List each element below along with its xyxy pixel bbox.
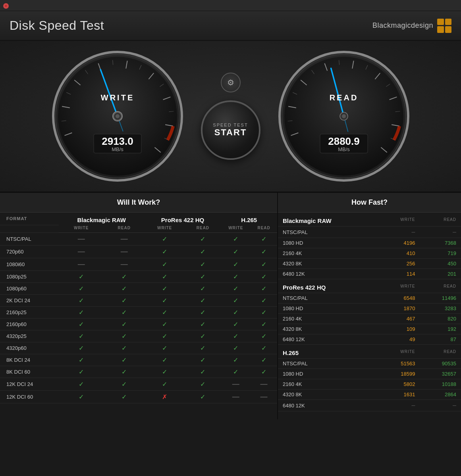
how-fast-table: Blackmagic RAW WRITE READ NTSC/PAL – – 1… (278, 213, 461, 411)
how-fast-label: 4320 8K (278, 324, 378, 334)
start-button-line1: SPEED TEST (213, 123, 248, 127)
how-fast-data-row: 2160 4K 5802 10188 (278, 379, 461, 390)
bmraw-write-cell: ✓ (59, 271, 104, 283)
bmraw-write-cell: — (59, 258, 104, 271)
write-col-header: WRITE (378, 345, 420, 359)
format-label: 8K DCI 24 (0, 354, 59, 366)
h265-write-cell: ✓ (221, 233, 251, 246)
format-label: 1080p25 (0, 271, 59, 283)
bmraw-write-cell: ✓ (59, 295, 104, 307)
how-fast-read-val: 192 (420, 324, 461, 334)
prores-write-cell: ✓ (145, 366, 185, 378)
how-fast-label: 6480 12K (278, 269, 378, 279)
bmraw-read-cell: ✓ (104, 283, 145, 295)
h265-read-cell: ✓ (251, 283, 277, 295)
app-title: Disk Speed Test (10, 18, 104, 33)
how-fast-write-val: 51563 (378, 359, 420, 369)
will-table-row: 4320p60 ✓ ✓ ✓ ✓ ✓ ✓ (0, 342, 277, 354)
format-label: NTSC/PAL (0, 233, 59, 246)
h265-read-cell: ✓ (251, 271, 277, 283)
prores-write-cell: ✓ (145, 295, 185, 307)
svg-text:2913.0: 2913.0 (102, 135, 133, 147)
prores-read-cell: ✓ (185, 354, 221, 366)
how-fast-write-val: 467 (378, 314, 420, 324)
svg-text:MB/s: MB/s (338, 146, 350, 152)
start-button[interactable]: SPEED TEST START (201, 100, 260, 160)
prores-read-cell: ✓ (185, 366, 221, 378)
h265-read-cell: ✓ (251, 330, 277, 342)
format-label: 12K DCI 24 (0, 378, 59, 391)
how-fast-write-val: 1631 (378, 390, 420, 400)
h265-read-cell: ✓ (251, 258, 277, 271)
how-fast-data-row: NTSC/PAL 51563 90535 (278, 359, 461, 369)
will-it-work-header: Will It Work? (0, 193, 277, 213)
h265-write-cell: ✓ (221, 271, 251, 283)
how-fast-read-val: 87 (420, 334, 461, 345)
will-table-row: 2160p25 ✓ ✓ ✓ ✓ ✓ ✓ (0, 307, 277, 319)
h265-read-cell: ✓ (251, 366, 277, 378)
h265-write-cell: — (221, 378, 251, 391)
h265-write-cell: ✓ (221, 258, 251, 271)
settings-button[interactable]: ⚙ (221, 73, 241, 92)
how-fast-data-row: 4320 8K 109 192 (278, 324, 461, 334)
format-label: 2160p25 (0, 307, 59, 319)
h265-read-cell: — (251, 391, 277, 403)
bmraw-write-header: WRITE (59, 225, 104, 233)
how-fast-write-val: 1870 (378, 303, 420, 314)
write-gauge-svg: 2913.0 MB/s WRITE (50, 49, 185, 184)
how-fast-header: How Fast? (278, 193, 461, 213)
how-fast-read-val: 32657 (420, 369, 461, 379)
will-table-row: 12K DCI 60 ✓ ✓ ✗ ✓ — — (0, 391, 277, 403)
h265-write-cell: ✓ (221, 307, 251, 319)
prores-group-header: ProRes 422 HQ (145, 213, 221, 225)
how-fast-data-row: 6480 12K – – (278, 400, 461, 411)
will-table-row: 1080p25 ✓ ✓ ✓ ✓ ✓ ✓ (0, 271, 277, 283)
prores-write-cell: ✓ (145, 307, 185, 319)
how-fast-label: 2160 4K (278, 248, 378, 259)
how-fast-read-val: 10188 (420, 379, 461, 390)
prores-read-cell: ✓ (185, 319, 221, 330)
bmraw-write-cell: ✓ (59, 366, 104, 378)
how-fast-write-val: 4196 (378, 238, 420, 248)
gear-icon: ⚙ (227, 78, 234, 87)
prores-write-cell: ✓ (145, 271, 185, 283)
will-table-row: 1080p60 ✓ ✓ ✓ ✓ ✓ ✓ (0, 283, 277, 295)
data-section: Will It Work? FORMAT Blackmagic RAW ProR… (0, 193, 461, 419)
prores-write-cell: ✓ (145, 342, 185, 354)
how-fast-data-row: 2160 4K 467 820 (278, 314, 461, 324)
how-fast-label: 6480 12K (278, 400, 378, 411)
bmraw-read-cell: — (104, 258, 145, 271)
h265-read-cell: ✓ (251, 246, 277, 258)
svg-point-53 (342, 114, 346, 118)
bmraw-write-cell: ✓ (59, 330, 104, 342)
close-button[interactable]: × (3, 3, 9, 9)
h265-read-cell: ✓ (251, 295, 277, 307)
h265-write-cell: ✓ (221, 330, 251, 342)
how-fast-data-row: NTSC/PAL 6548 11496 (278, 293, 461, 303)
prores-write-cell: ✓ (145, 354, 185, 366)
how-fast-panel: How Fast? Blackmagic RAW WRITE READ NTSC… (278, 193, 461, 419)
gauges-section: 2913.0 MB/s WRITE ⚙ SPEED TEST START (0, 41, 461, 193)
format-col-header: FORMAT (0, 213, 59, 225)
how-fast-write-val: 114 (378, 269, 420, 279)
how-fast-label: 4320 8K (278, 259, 378, 269)
brand-logo: Blackmagicdesign (372, 19, 451, 33)
h265-read-cell: ✓ (251, 354, 277, 366)
prores-read-header: READ (185, 225, 221, 233)
bmraw-read-cell: ✓ (104, 271, 145, 283)
prores-read-cell: ✓ (185, 378, 221, 391)
will-table-row: 1080i60 — — ✓ ✓ ✓ ✓ (0, 258, 277, 271)
how-fast-write-val: – (378, 226, 420, 238)
how-fast-write-val: 49 (378, 334, 420, 345)
prores-write-cell: ✓ (145, 378, 185, 391)
h265-read-cell: ✓ (251, 233, 277, 246)
will-table-row: 4320p25 ✓ ✓ ✓ ✓ ✓ ✓ (0, 330, 277, 342)
how-fast-section-label: H.265 (278, 345, 378, 359)
bmraw-read-header: READ (104, 225, 145, 233)
h265-write-cell: ✓ (221, 246, 251, 258)
write-gauge: 2913.0 MB/s WRITE (50, 49, 185, 184)
how-fast-label: 1080 HD (278, 238, 378, 248)
bmraw-read-cell: ✓ (104, 330, 145, 342)
will-it-work-panel: Will It Work? FORMAT Blackmagic RAW ProR… (0, 193, 278, 419)
how-fast-data-row: 1080 HD 4196 7368 (278, 238, 461, 248)
